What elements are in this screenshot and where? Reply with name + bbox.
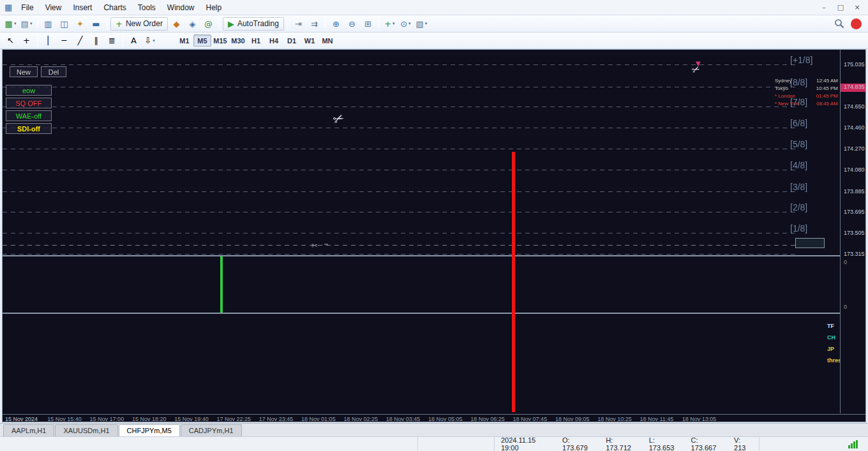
auto-scroll-button[interactable]: ⇉	[307, 17, 322, 31]
dropdown-arrow-icon[interactable]: ▾	[393, 21, 395, 26]
toolbar-separator	[325, 18, 326, 29]
autotrading-button[interactable]: ▶AutoTrading	[223, 17, 284, 31]
new-order-button-label: New Order	[126, 19, 163, 28]
tile-windows-icon: ⊞	[364, 20, 371, 28]
sq-toggle[interactable]: SQ OFF	[6, 98, 52, 108]
time-axis-label: 15 Nov 17:00	[90, 416, 124, 422]
restore-button[interactable]: □	[832, 2, 849, 13]
murrey-level-label: [4/8]	[790, 160, 807, 170]
timeframe-m30-button[interactable]: M30	[229, 34, 247, 47]
menu-charts[interactable]: Charts	[98, 1, 131, 14]
channel-tool[interactable]: ∥	[89, 34, 103, 47]
menu-file[interactable]: File	[15, 1, 39, 14]
terminal-button[interactable]: ▬	[89, 17, 103, 31]
status-field: C: 173.667	[691, 436, 723, 451]
metaeditor-button[interactable]: @	[201, 17, 216, 31]
time-axis-label: 18 Nov 11:45	[640, 416, 674, 422]
toolbar-standard: ▦▾▤▾▥◫✦▬+New Order◆◈@▶AutoTrading⇥⇉⊕⊖⊞+▾…	[0, 15, 868, 33]
trendline-tool[interactable]: ╱	[73, 34, 87, 47]
dropdown-arrow-icon[interactable]: ▾	[425, 21, 428, 26]
chart-shift-icon: ⇥	[295, 20, 302, 28]
cursor-tool[interactable]: ↖	[3, 34, 18, 47]
timeframe-m5-button[interactable]: M5	[193, 34, 211, 47]
market-watch-button[interactable]: ▥	[41, 17, 56, 31]
timeframe-m15-button[interactable]: M15	[211, 34, 229, 47]
menu-view[interactable]: View	[40, 1, 68, 14]
menu-items: FileViewInsertChartsToolsWindowHelp	[15, 1, 227, 14]
cursor-icon: ↖	[7, 36, 14, 45]
new-object-button[interactable]: New	[10, 66, 38, 77]
del-object-button[interactable]: Del	[41, 66, 66, 77]
time-axis[interactable]: 15 Nov 202415 Nov 15:4015 Nov 17:0015 No…	[3, 414, 866, 422]
chart-tab-aaplm-h1[interactable]: AAPLm,H1	[3, 424, 54, 436]
sdi-toggle[interactable]: SDI-off	[6, 123, 52, 134]
dropdown-arrow-icon[interactable]: ▾	[408, 21, 411, 26]
menu-tools[interactable]: Tools	[132, 1, 161, 14]
periods-button[interactable]: ⊙▾	[398, 17, 413, 31]
indicator2-label: TF	[827, 323, 834, 329]
data-window-button[interactable]: ◫	[57, 17, 71, 31]
new-chart-button[interactable]: ▦▾	[3, 17, 18, 31]
chart-tab-cadjpym-h1[interactable]: CADJPYm,H1	[181, 424, 242, 436]
price-scale[interactable]: 175.035174.835174.650174.460174.270174.0…	[840, 50, 866, 413]
price-scale-label: 174.460	[844, 124, 865, 131]
menu-help[interactable]: Help	[200, 1, 228, 14]
arrows-tool[interactable]: ⇩▾	[142, 34, 157, 47]
dropdown-arrow-icon[interactable]: ▾	[153, 38, 155, 43]
indicators-icon: +	[384, 20, 391, 28]
dropdown-arrow-icon[interactable]: ▾	[30, 21, 33, 26]
search-icon[interactable]	[834, 18, 844, 29]
time-axis-label: 18 Nov 07:45	[513, 416, 548, 422]
notifications-badge[interactable]	[851, 18, 862, 29]
horizontal-line-tool[interactable]: ─	[57, 34, 71, 47]
strategy-tester-button[interactable]: ◆	[169, 17, 184, 31]
chart-tab-chfjpym-m5[interactable]: CHFJPYm,M5	[119, 424, 180, 436]
timeframe-d1-button[interactable]: D1	[283, 34, 301, 47]
vertical-line-tool[interactable]: │	[41, 34, 56, 47]
timeframes-group: M1M5M15M30H1H4D1W1MN	[176, 34, 336, 47]
indicator-scale-label: 0	[844, 304, 847, 310]
new-order-button[interactable]: +New Order	[110, 17, 168, 31]
tile-windows-button[interactable]: ⊞	[361, 17, 375, 31]
panel-divider[interactable]	[3, 313, 866, 314]
expert-advisors-button[interactable]: ◈	[185, 17, 200, 31]
text-tool[interactable]: A	[126, 34, 141, 47]
eow-toggle[interactable]: eow	[6, 85, 52, 96]
status-field: O: 173.679	[562, 436, 594, 451]
channel-icon: ∥	[94, 36, 98, 45]
indicators-button[interactable]: +▾	[382, 17, 397, 31]
timeframe-h1-button[interactable]: H1	[247, 34, 265, 47]
text-icon: A	[131, 36, 137, 45]
templates-button[interactable]: ▧▾	[414, 17, 429, 31]
data-window-icon: ◫	[60, 20, 68, 28]
price-scale-label: 173.885	[844, 188, 865, 195]
chart-shift-button[interactable]: ⇥	[291, 17, 306, 31]
zoom-out-button[interactable]: ⊖	[345, 17, 359, 31]
zoom-in-button[interactable]: ⊕	[329, 17, 343, 31]
panel-divider[interactable]	[3, 255, 866, 256]
close-button[interactable]: ×	[849, 2, 865, 13]
navigator-button[interactable]: ✦	[73, 17, 87, 31]
fibonacci-tool[interactable]: ≣	[105, 34, 119, 47]
timeframe-mn-button[interactable]: MN	[318, 34, 336, 47]
indicator2-canvas[interactable]	[3, 50, 840, 149]
chart-tab-xauusdm-h1[interactable]: XAUUSDm,H1	[55, 424, 117, 436]
show-button[interactable]	[795, 238, 825, 248]
dropdown-arrow-icon[interactable]: ▾	[14, 21, 17, 26]
timeframe-w1-button[interactable]: W1	[301, 34, 318, 47]
status-profile[interactable]	[418, 437, 495, 451]
profiles-button[interactable]: ▤▾	[19, 17, 34, 31]
window-controls: –□×	[816, 2, 865, 13]
status-field: V: 213	[734, 436, 752, 451]
status-field: H: 173.712	[606, 436, 638, 451]
menu-window[interactable]: Window	[161, 1, 200, 14]
minimize-button[interactable]: –	[816, 2, 832, 13]
session-time: 08:45 AM	[816, 100, 838, 108]
wae-toggle[interactable]: WAE-off	[6, 110, 52, 121]
time-axis-label: 15 Nov 15:40	[47, 416, 82, 422]
crosshair-tool[interactable]: +	[19, 34, 34, 47]
menu-insert[interactable]: Insert	[67, 1, 98, 14]
timeframe-h4-button[interactable]: H4	[265, 34, 283, 47]
sell-arrow-icon: ▼	[696, 60, 701, 67]
timeframe-m1-button[interactable]: M1	[176, 34, 193, 47]
